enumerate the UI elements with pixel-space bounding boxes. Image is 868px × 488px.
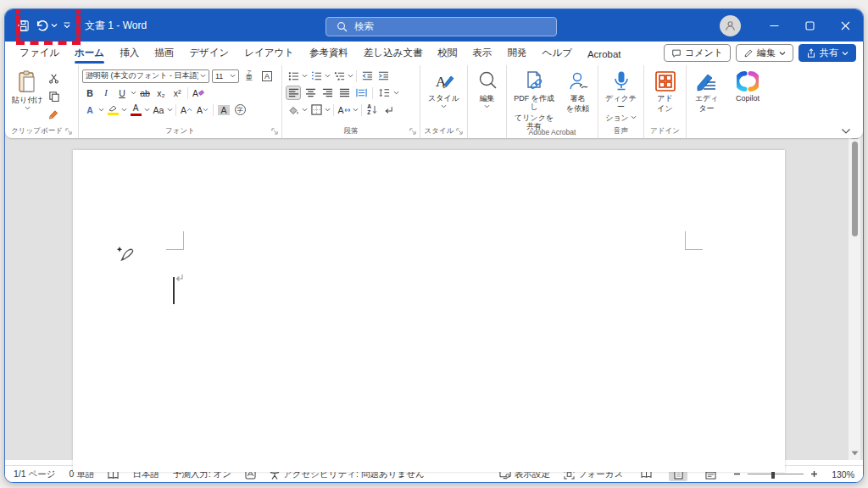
- shading-dropdown-icon[interactable]: [302, 108, 308, 112]
- cut-button[interactable]: [46, 71, 61, 86]
- underline-button[interactable]: U: [114, 86, 130, 100]
- highlight-dropdown-icon[interactable]: [121, 108, 127, 112]
- copy-button[interactable]: [46, 89, 61, 103]
- scrollbar-thumb[interactable]: [852, 141, 858, 236]
- editor-button[interactable]: エディ ター: [692, 69, 722, 115]
- styles-dialog-launcher-icon[interactable]: [456, 128, 463, 135]
- underline-dropdown-icon[interactable]: [131, 91, 136, 95]
- multilevel-list-button[interactable]: [331, 69, 347, 83]
- justify-button[interactable]: [337, 86, 352, 100]
- asian-layout-button[interactable]: A: [337, 103, 352, 117]
- tab-design[interactable]: デザイン: [181, 42, 236, 65]
- tab-layout[interactable]: レイアウト: [236, 42, 302, 65]
- collapse-ribbon-icon[interactable]: [841, 128, 851, 135]
- change-case-button[interactable]: Aa: [151, 103, 166, 117]
- bold-button[interactable]: B: [82, 86, 97, 100]
- font-name-combo[interactable]: 游明朝 (本文のフォント - 日本語): [82, 69, 209, 83]
- distribute-button[interactable]: [353, 86, 369, 100]
- align-right-button[interactable]: [320, 86, 335, 100]
- account-avatar[interactable]: [720, 15, 741, 36]
- save-button[interactable]: [17, 19, 30, 32]
- text-effects-dropdown-icon[interactable]: [98, 108, 104, 112]
- sort-button[interactable]: A Z: [364, 103, 380, 117]
- page-indicator[interactable]: 1/1 ページ: [14, 469, 56, 480]
- tab-home[interactable]: ホーム: [67, 42, 112, 65]
- customize-quick-access-toolbar-button[interactable]: [63, 21, 71, 30]
- document-area[interactable]: [5, 131, 863, 460]
- tab-developer[interactable]: 開発: [500, 42, 535, 65]
- comments-button[interactable]: コメント: [664, 44, 731, 62]
- character-shading-button[interactable]: A: [216, 103, 231, 117]
- document-page[interactable]: [73, 150, 785, 472]
- undo-dropdown-icon[interactable]: [51, 22, 58, 29]
- paragraph-dialog-launcher-icon[interactable]: [409, 128, 416, 135]
- font-color-button[interactable]: A: [128, 103, 143, 117]
- copilot-inline-icon[interactable]: [116, 244, 138, 268]
- vertical-scrollbar[interactable]: [849, 131, 860, 460]
- addins-button[interactable]: アド イン: [651, 69, 680, 115]
- enclose-characters-button[interactable]: 字: [232, 103, 248, 117]
- line-spacing-button[interactable]: [376, 86, 392, 100]
- shading-button[interactable]: [286, 103, 301, 117]
- ruby-button[interactable]: ア 亜: [242, 69, 257, 83]
- scroll-down-icon[interactable]: [851, 451, 859, 456]
- editing-button[interactable]: 編集: [474, 69, 501, 110]
- text-effects-button[interactable]: A: [82, 103, 97, 117]
- increase-indent-button[interactable]: [376, 69, 391, 83]
- close-button[interactable]: [827, 9, 863, 42]
- borders-button[interactable]: [309, 103, 324, 117]
- borders-dropdown-icon[interactable]: [325, 108, 331, 112]
- align-left-button[interactable]: [286, 86, 301, 100]
- clipboard-dialog-launcher-icon[interactable]: [65, 128, 72, 135]
- tab-insert[interactable]: 挿入: [112, 42, 147, 65]
- character-border-button[interactable]: A: [259, 69, 275, 83]
- dictate-button[interactable]: ディクテー ション: [602, 69, 640, 124]
- clear-formatting-button[interactable]: A: [191, 86, 206, 100]
- subscript-button[interactable]: x₂: [153, 86, 169, 100]
- bullets-dropdown-icon[interactable]: [302, 74, 308, 78]
- multilevel-dropdown-icon[interactable]: [348, 74, 353, 78]
- zoom-slider[interactable]: [748, 474, 804, 474]
- tab-file[interactable]: ファイル: [12, 42, 67, 65]
- maximize-button[interactable]: [792, 9, 827, 42]
- change-case-dropdown-icon[interactable]: [167, 108, 173, 112]
- tab-help[interactable]: ヘルプ: [535, 42, 580, 65]
- bullets-button[interactable]: [286, 69, 301, 83]
- tab-references[interactable]: 参考資料: [302, 42, 356, 65]
- numbering-dropdown-icon[interactable]: [325, 74, 331, 78]
- tab-view[interactable]: 表示: [465, 42, 500, 65]
- share-button[interactable]: 共有: [798, 44, 856, 62]
- numbering-button[interactable]: [309, 69, 324, 83]
- tab-review[interactable]: 校閲: [431, 42, 465, 65]
- strikethrough-button[interactable]: ab: [137, 86, 153, 100]
- copilot-button[interactable]: Copilot: [732, 69, 763, 104]
- asian-layout-dropdown-icon[interactable]: [353, 108, 359, 112]
- align-center-button[interactable]: [303, 86, 318, 100]
- editing-mode-button[interactable]: 編集: [736, 44, 793, 62]
- grow-font-button[interactable]: A: [179, 103, 194, 117]
- tab-acrobat[interactable]: Acrobat: [580, 44, 629, 65]
- show-formatting-marks-button[interactable]: [381, 103, 396, 117]
- search-box[interactable]: 検索: [326, 17, 557, 36]
- paste-button[interactable]: 貼り付け: [8, 69, 46, 112]
- superscript-button[interactable]: x²: [170, 86, 185, 100]
- decrease-indent-button[interactable]: [359, 69, 375, 83]
- request-signatures-button[interactable]: 署名 を依頼: [561, 69, 594, 115]
- line-spacing-dropdown-icon[interactable]: [393, 91, 399, 95]
- tab-mailings[interactable]: 差し込み文書: [356, 42, 431, 65]
- zoom-in-button[interactable]: [810, 470, 818, 478]
- highlight-button[interactable]: [105, 103, 120, 117]
- zoom-level[interactable]: 130%: [832, 469, 854, 480]
- shrink-font-button[interactable]: A: [195, 103, 210, 117]
- tab-draw[interactable]: 描画: [147, 42, 181, 65]
- styles-button[interactable]: A スタイル: [425, 69, 463, 110]
- italic-button[interactable]: I: [98, 86, 114, 100]
- undo-button[interactable]: [35, 19, 58, 33]
- font-size-combo[interactable]: 11: [212, 69, 239, 83]
- font-dialog-launcher-icon[interactable]: [271, 128, 278, 135]
- create-pdf-share-link-button[interactable]: PDF を作成し てリンクを共有: [510, 69, 558, 132]
- font-color-dropdown-icon[interactable]: [144, 108, 150, 112]
- minimize-button[interactable]: [756, 9, 792, 42]
- group-copilot: Copilot: [726, 65, 769, 138]
- format-painter-button[interactable]: [46, 107, 61, 121]
